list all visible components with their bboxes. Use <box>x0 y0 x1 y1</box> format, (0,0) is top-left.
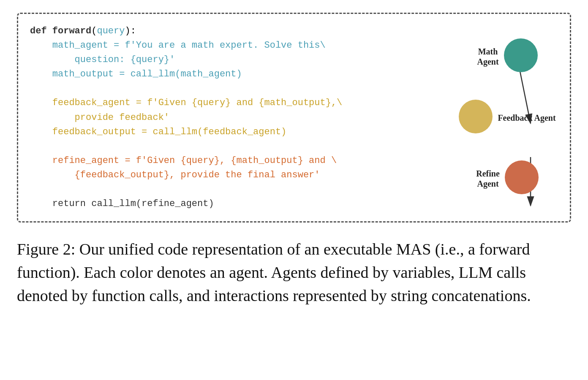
diagram-container: def forward(query): math_agent = f'You a… <box>17 13 571 223</box>
math-agent-node: Math Agent <box>477 38 537 75</box>
feedback-agent-node: Feedback Agent <box>459 100 555 136</box>
refine-agent-node: Refine Agent <box>476 160 539 197</box>
feedback-agent-circle <box>459 100 493 133</box>
feedback-agent-label: Feedback Agent <box>498 113 555 123</box>
math-agent-label-line2: Agent <box>477 57 498 67</box>
math-agent-circle <box>504 38 538 72</box>
math-agent-label-line1: Math <box>477 46 498 57</box>
refine-agent-circle <box>505 160 539 194</box>
refine-agent-label-line2: Agent <box>476 179 500 189</box>
agent-diagram: Math Agent Feedback Agent Refine Agent <box>448 24 558 211</box>
code-block: def forward(query): math_agent = f'You a… <box>30 24 448 211</box>
caption-text: Figure 2: Our unified code representatio… <box>17 240 531 304</box>
figure-caption: Figure 2: Our unified code representatio… <box>17 238 571 307</box>
refine-agent-label-line1: Refine <box>476 168 500 179</box>
